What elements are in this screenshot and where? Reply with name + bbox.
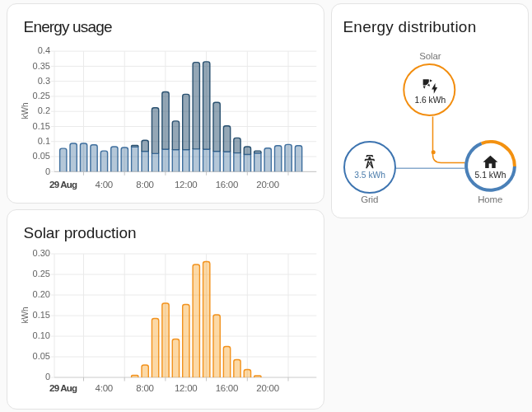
svg-text:8:00: 8:00: [136, 383, 153, 393]
svg-text:16:00: 16:00: [216, 383, 239, 393]
svg-text:0.1: 0.1: [38, 136, 50, 146]
svg-text:Grid: Grid: [361, 194, 378, 204]
svg-text:0.10: 0.10: [33, 330, 50, 340]
svg-text:0.15: 0.15: [33, 310, 50, 320]
svg-text:kWh: kWh: [21, 307, 30, 324]
svg-text:0.25: 0.25: [33, 269, 50, 279]
svg-text:0.30: 0.30: [33, 248, 50, 258]
svg-text:0.05: 0.05: [33, 151, 50, 161]
svg-text:0.20: 0.20: [33, 289, 50, 299]
svg-text:Home: Home: [478, 194, 502, 204]
svg-text:0.25: 0.25: [33, 91, 50, 101]
svg-text:20:00: 20:00: [256, 383, 279, 393]
svg-text:3.5 kWh: 3.5 kWh: [354, 171, 385, 180]
svg-text:0.3: 0.3: [38, 76, 50, 86]
svg-text:12:00: 12:00: [175, 180, 198, 190]
svg-text:12:00: 12:00: [175, 383, 198, 393]
svg-text:0.35: 0.35: [33, 61, 50, 71]
svg-text:29 Aug: 29 Aug: [49, 383, 77, 393]
svg-text:kWh: kWh: [21, 103, 30, 119]
svg-text:0.2: 0.2: [38, 105, 50, 115]
svg-text:0.05: 0.05: [33, 351, 50, 361]
svg-text:0.4: 0.4: [38, 45, 50, 55]
svg-text:5.1 kWh: 5.1 kWh: [475, 171, 506, 180]
svg-text:0: 0: [45, 166, 50, 176]
svg-text:4:00: 4:00: [96, 180, 113, 190]
svg-text:0: 0: [45, 372, 50, 382]
svg-text:29 Aug: 29 Aug: [49, 180, 77, 190]
svg-text:16:00: 16:00: [216, 180, 239, 190]
svg-text:0.15: 0.15: [33, 121, 50, 131]
svg-text:4:00: 4:00: [96, 383, 113, 393]
svg-text:1.6 kWh: 1.6 kWh: [414, 96, 446, 105]
svg-text:8:00: 8:00: [136, 180, 153, 190]
svg-text:Solar: Solar: [419, 51, 441, 61]
svg-text:20:00: 20:00: [256, 180, 279, 190]
